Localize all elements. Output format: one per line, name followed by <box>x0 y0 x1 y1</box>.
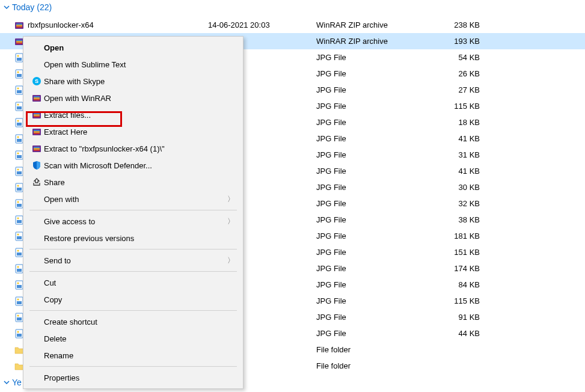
winrar-icon <box>29 144 44 153</box>
file-date: 14-06-2021 20:03 <box>208 20 316 29</box>
menu-share[interactable]: Share <box>23 174 243 191</box>
file-type: JPG File <box>316 280 436 289</box>
file-type: JPG File <box>316 167 436 176</box>
menu-rename[interactable]: Rename <box>23 347 243 364</box>
file-size: 38 KB <box>436 215 485 224</box>
menu-separator <box>29 366 237 367</box>
group-label: Today <box>12 2 34 12</box>
menu-give-access[interactable]: Give access to 〉 <box>23 213 243 230</box>
menu-open-sublime[interactable]: Open with Sublime Text <box>23 56 243 73</box>
file-type: JPG File <box>316 69 436 78</box>
menu-separator <box>29 310 237 311</box>
file-size: 30 KB <box>436 183 485 192</box>
menu-separator <box>29 210 237 210</box>
shield-icon <box>29 161 44 170</box>
chevron-right-icon: 〉 <box>227 194 234 204</box>
file-size: 18 KB <box>436 118 485 127</box>
winrar-icon <box>11 20 28 30</box>
file-type: File folder <box>316 361 436 370</box>
menu-extract-files[interactable]: Extract files... <box>23 106 243 123</box>
file-size: 84 KB <box>436 280 485 289</box>
file-type: JPG File <box>316 215 436 224</box>
file-type: JPG File <box>316 313 436 322</box>
chevron-down-icon <box>4 379 10 385</box>
file-type: JPG File <box>316 264 436 273</box>
winrar-icon <box>29 110 44 120</box>
file-size: 54 KB <box>436 53 485 62</box>
share-icon <box>29 177 44 187</box>
menu-extract-to[interactable]: Extract to "rbxfpsunlocker-x64 (1)\" <box>23 140 243 157</box>
group-label: Ye <box>12 378 22 387</box>
file-size: 44 KB <box>436 329 485 338</box>
menu-restore[interactable]: Restore previous versions <box>23 230 243 247</box>
file-name: rbxfpsunlocker-x64 <box>28 20 208 29</box>
menu-open[interactable]: Open <box>23 39 243 56</box>
menu-scan-defender[interactable]: Scan with Microsoft Defender... <box>23 157 243 174</box>
file-type: JPG File <box>316 53 436 62</box>
menu-open-with[interactable]: Open with 〉 <box>23 191 243 207</box>
file-type: WinRAR ZIP archive <box>316 20 436 29</box>
file-type: JPG File <box>316 231 436 240</box>
menu-separator <box>29 271 237 272</box>
file-type: JPG File <box>316 296 436 305</box>
file-type: JPG File <box>316 150 436 159</box>
menu-share-skype[interactable]: Share with Skype <box>23 73 243 90</box>
group-header-today[interactable]: Today (22) <box>0 0 585 17</box>
chevron-right-icon: 〉 <box>227 216 234 227</box>
menu-separator <box>29 249 237 250</box>
chevron-right-icon: 〉 <box>227 256 234 266</box>
context-menu: Open Open with Sublime Text Share with S… <box>23 36 243 389</box>
file-type: JPG File <box>316 248 436 257</box>
file-size: 174 KB <box>436 264 485 273</box>
file-type: WinRAR ZIP archive <box>316 37 436 46</box>
menu-extract-here[interactable]: Extract Here <box>23 123 243 140</box>
file-size: 31 KB <box>436 150 485 159</box>
file-type: JPG File <box>316 329 436 338</box>
file-size: 32 KB <box>436 199 485 208</box>
file-type: JPG File <box>316 85 436 94</box>
file-size: 115 KB <box>436 102 485 111</box>
menu-copy[interactable]: Copy <box>23 291 243 308</box>
group-count: (22) <box>37 2 52 12</box>
chevron-down-icon <box>4 4 10 10</box>
file-type: JPG File <box>316 134 436 143</box>
file-size: 193 KB <box>436 37 485 46</box>
file-size: 181 KB <box>436 231 485 240</box>
file-size: 91 KB <box>436 313 485 322</box>
file-type: JPG File <box>316 118 436 127</box>
menu-create-shortcut[interactable]: Create shortcut <box>23 313 243 330</box>
menu-cut[interactable]: Cut <box>23 274 243 291</box>
menu-send-to[interactable]: Send to 〉 <box>23 252 243 269</box>
file-size: 26 KB <box>436 69 485 78</box>
winrar-icon <box>29 127 44 136</box>
file-type: JPG File <box>316 183 436 192</box>
winrar-icon <box>29 93 44 103</box>
file-type: File folder <box>316 345 436 354</box>
file-size: 151 KB <box>436 248 485 257</box>
file-size: 115 KB <box>436 296 485 305</box>
menu-properties[interactable]: Properties <box>23 369 243 386</box>
file-size: 27 KB <box>436 85 485 94</box>
file-row[interactable]: rbxfpsunlocker-x6414-06-2021 20:03WinRAR… <box>0 17 585 33</box>
skype-icon <box>29 76 44 86</box>
menu-delete[interactable]: Delete <box>23 330 243 347</box>
file-type: JPG File <box>316 199 436 208</box>
file-size: 41 KB <box>436 167 485 176</box>
file-size: 41 KB <box>436 134 485 143</box>
menu-open-winrar[interactable]: Open with WinRAR <box>23 90 243 106</box>
file-type: JPG File <box>316 102 436 111</box>
file-size: 238 KB <box>436 20 485 29</box>
